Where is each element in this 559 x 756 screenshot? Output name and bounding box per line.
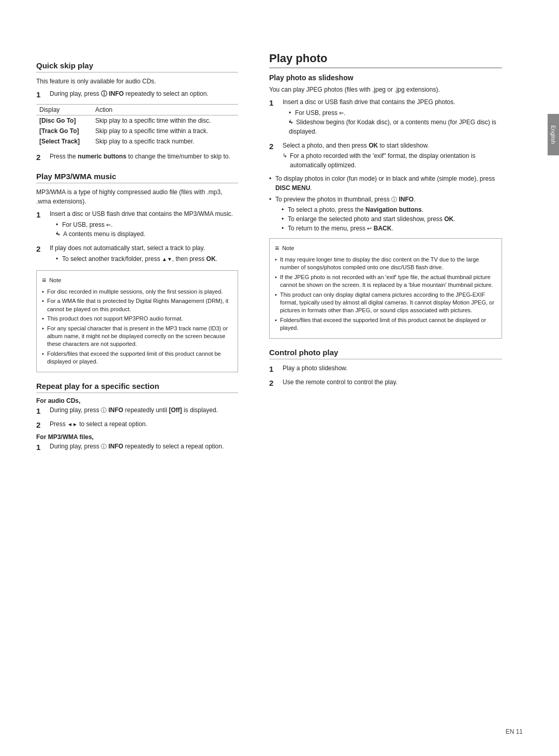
photo-step2: 2 Select a photo, and then press OK to s…	[269, 141, 502, 171]
right-column: Play photo Play photo as slideshow You c…	[254, 31, 528, 725]
step1-info-icon: ⓘ INFO	[101, 90, 124, 97]
footer-text: EN 11	[506, 728, 523, 735]
note-item: For a WMA file that is protected by Digi…	[42, 297, 232, 313]
slideshow-intro: You can play JPEG photos (files with .jp…	[269, 85, 502, 94]
play-photo-title: Play photo	[269, 52, 502, 68]
note-icon: ≡	[42, 275, 46, 286]
note-item: Folders/files that exceed the supported …	[275, 316, 496, 332]
note-item: If the JPEG photo is not recorded with a…	[275, 273, 496, 289]
quick-skip-section: Quick skip play This feature is only ava…	[36, 61, 238, 163]
play-mp3-title: Play MP3/WMA music	[36, 172, 238, 183]
repeat-play-section: Repeat play for a specific section For a…	[36, 382, 238, 453]
mp3-note-box: ≡ Note For disc recorded in multiple ses…	[36, 270, 238, 372]
quick-skip-step2: 2 Press the numeric buttons to change th…	[36, 152, 238, 163]
table-cell-display: [Disc Go To]	[36, 115, 92, 126]
skip-table: Display Action [Disc Go To]Skip play to …	[36, 104, 238, 147]
mp3-step1: 1 Insert a disc or USB flash drive that …	[36, 209, 238, 240]
table-row: [Select Track]Skip play to a specific tr…	[36, 136, 238, 147]
note-item: This product can only display digital ca…	[275, 291, 496, 315]
photo-step1: 1 Insert a disc or USB flash drive that …	[269, 97, 502, 138]
table-cell-action: Skip play to a specific time within a tr…	[92, 126, 238, 136]
play-mp3-section: Play MP3/WMA music MP3/WMA is a type of …	[36, 172, 238, 372]
note-item: This product does not support MP3PRO aud…	[42, 315, 232, 323]
step1-text2: repeatedly to select an option.	[126, 90, 209, 97]
repeat-mp3-step1: 1 During play, press ⓘ INFO repeatedly t…	[36, 442, 238, 453]
step2-text2: to change the time/number to skip to.	[128, 153, 230, 160]
step2-bold: numeric buttons	[78, 153, 126, 160]
table-header-action: Action	[92, 105, 238, 115]
slideshow-title: Play photo as slideshow	[269, 74, 502, 82]
table-row: [Track Go To]Skip play to a specific tim…	[36, 126, 238, 136]
photo-note-box: ≡ Note It may require longer time to dis…	[269, 238, 502, 339]
control-step2: 2 Use the remote control to control the …	[269, 377, 502, 388]
quick-skip-intro: This feature is only available for audio…	[36, 77, 238, 86]
play-mp3-intro: MP3/WMA is a type of highly compressed a…	[36, 187, 238, 206]
for-mp3-label: For MP3/WMA files,	[36, 433, 238, 441]
control-step1: 1 Play a photo slideshow.	[269, 364, 502, 374]
language-tab: English	[548, 114, 559, 155]
control-photo-section: Control photo play 1 Play a photo slides…	[269, 348, 502, 388]
control-photo-title: Control photo play	[269, 348, 502, 359]
play-photo-section: Play photo Play photo as slideshow You c…	[269, 52, 502, 339]
table-cell-display: [Track Go To]	[36, 126, 92, 136]
table-cell-action: Skip play to a specific track number.	[92, 136, 238, 147]
table-row: [Disc Go To]Skip play to a specific time…	[36, 115, 238, 126]
repeat-audio-step1: 1 During play, press ⓘ INFO repeatedly u…	[36, 405, 238, 416]
quick-skip-title: Quick skip play	[36, 61, 238, 72]
step-num: 1	[36, 89, 48, 100]
note-item: For disc recorded in multiple sessions, …	[42, 288, 232, 296]
repeat-audio-step2: 2 Press ◄► to select a repeat option.	[36, 419, 238, 430]
note-icon: ≡	[275, 243, 279, 254]
table-cell-display: [Select Track]	[36, 136, 92, 147]
note-item: For any special character that is presen…	[42, 325, 232, 348]
quick-skip-step1: 1 During play, press ⓘ INFO repeatedly t…	[36, 89, 238, 100]
step1-text: During play, press	[50, 90, 99, 97]
note-label: Note	[282, 244, 294, 253]
step2-text: Press the	[50, 153, 76, 160]
note-item: It may require longer time to display th…	[275, 256, 496, 272]
table-cell-action: Skip play to a specific time within the …	[92, 115, 238, 126]
table-header-display: Display	[36, 105, 92, 115]
mp3-step2: 2 If play does not automatically start, …	[36, 243, 238, 265]
for-audio-label: For audio CDs,	[36, 397, 238, 404]
note-item: Folders/files that exceed the supported …	[42, 350, 232, 366]
left-column: Quick skip play This feature is only ava…	[0, 31, 254, 725]
step-num: 2	[36, 152, 48, 163]
repeat-play-title: Repeat play for a specific section	[36, 382, 238, 393]
note-label: Note	[49, 276, 61, 285]
